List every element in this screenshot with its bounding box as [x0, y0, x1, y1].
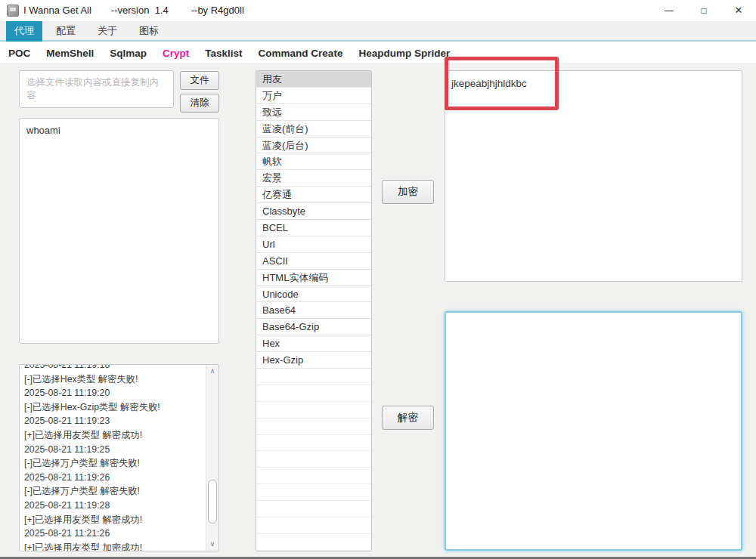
- title-bar: I Wanna Get All--version 1.4--by R4gd0ll…: [0, 0, 756, 21]
- encrypt-button[interactable]: 加密: [382, 180, 434, 204]
- menu-item-heapdump-sprider[interactable]: Heapdump Sprider: [358, 48, 450, 59]
- plaintext-input[interactable]: whoami: [19, 118, 219, 344]
- type-list-item[interactable]: Base64: [256, 302, 371, 319]
- tab-bar: 代理配置关于图标: [0, 21, 756, 42]
- log-line: [+]已选择用友类型 加密成功!: [24, 541, 205, 551]
- title-app: I Wanna Get All: [23, 5, 91, 16]
- type-list-item[interactable]: 用友: [256, 71, 371, 88]
- type-list-item[interactable]: BCEL: [256, 220, 371, 236]
- window-controls: — □ ✕: [652, 0, 756, 21]
- log-scrollbar[interactable]: ∧ ∨: [206, 365, 218, 551]
- log-panel[interactable]: 2025-08-21 11:19:18[-]已选择Hex类型 解密失败!2025…: [19, 364, 219, 551]
- type-list-empty-row[interactable]: [256, 451, 371, 468]
- type-list-item[interactable]: 亿赛通: [256, 187, 371, 203]
- menu-item-tasklist[interactable]: Tasklist: [205, 48, 242, 59]
- menu-item-memshell[interactable]: MemShell: [46, 48, 94, 59]
- file-button[interactable]: 文件: [180, 71, 219, 90]
- log-line: 2025-08-21 11:21:26: [24, 527, 205, 541]
- menu-item-sqlmap[interactable]: Sqlmap: [110, 48, 147, 59]
- type-list-item[interactable]: HTML实体编码: [256, 270, 371, 286]
- type-list-item[interactable]: Base64-Gzip: [256, 319, 371, 335]
- title-author: --by R4gd0ll: [191, 5, 244, 16]
- type-list-empty-row[interactable]: [256, 369, 371, 385]
- title-version: --version 1.4: [111, 5, 169, 16]
- type-list-empty-row[interactable]: [256, 418, 371, 435]
- log-line: [+]已选择用友类型 解密成功!: [24, 513, 205, 527]
- type-list-item[interactable]: Classbyte: [256, 203, 371, 220]
- type-list-empty-row[interactable]: [256, 501, 371, 517]
- encrypt-output-area[interactable]: jkepeabjhjhldkbc: [445, 70, 742, 282]
- type-list-empty-row[interactable]: [256, 402, 371, 418]
- type-list-empty-row[interactable]: [256, 435, 371, 452]
- log-line: 2025-08-21 11:19:25: [24, 443, 205, 457]
- tab-icon[interactable]: 图标: [131, 21, 167, 42]
- type-list-item[interactable]: Url: [256, 236, 371, 253]
- type-list-item[interactable]: 蓝凌(前台): [256, 121, 371, 137]
- menu-bar: POCMemShellSqlmapCryptTasklistCommand Cr…: [0, 43, 756, 63]
- tab-proxy[interactable]: 代理: [6, 21, 42, 42]
- close-button[interactable]: ✕: [721, 0, 756, 21]
- log-content: 2025-08-21 11:19:18[-]已选择Hex类型 解密失败!2025…: [24, 364, 205, 551]
- maximize-button[interactable]: □: [686, 0, 721, 21]
- log-line: [-]已选择Hex类型 解密失败!: [24, 372, 205, 387]
- log-line: 2025-08-21 11:19:23: [24, 414, 205, 428]
- decrypt-output-area[interactable]: [445, 311, 742, 551]
- type-list-item[interactable]: Hex-Gzip: [256, 352, 371, 369]
- type-list-item[interactable]: ASCII: [256, 253, 371, 270]
- log-line: 2025-08-21 11:19:26: [24, 471, 205, 485]
- type-list-empty-row[interactable]: [256, 534, 371, 551]
- type-list-item[interactable]: Unicode: [256, 286, 371, 303]
- log-line: [-]已选择万户类型 解密失败!: [24, 484, 205, 499]
- type-list-item[interactable]: Hex: [256, 335, 371, 352]
- log-line: 2025-08-21 11:19:18: [24, 364, 205, 372]
- menu-item-poc[interactable]: POC: [8, 48, 30, 59]
- type-list-empty-row[interactable]: [256, 468, 371, 484]
- log-line: 2025-08-21 11:19:28: [24, 499, 205, 513]
- log-line: [+]已选择用友类型 解密成功!: [24, 428, 205, 443]
- menu-item-command-create[interactable]: Command Create: [259, 48, 343, 59]
- log-line: [-]已选择万户类型 解密失败!: [24, 456, 205, 471]
- clear-button[interactable]: 清除: [180, 94, 219, 113]
- type-list-empty-row[interactable]: [256, 517, 371, 534]
- type-list-item[interactable]: 蓝凌(后台): [256, 137, 371, 154]
- scroll-down-icon[interactable]: ∨: [206, 539, 218, 550]
- type-list-item[interactable]: 帆软: [256, 153, 371, 170]
- type-list-empty-row[interactable]: [256, 484, 371, 501]
- app-logo-icon: [7, 5, 19, 17]
- log-line: [-]已选择Hex-Gzip类型 解密失败!: [24, 400, 205, 415]
- scroll-up-icon[interactable]: ∧: [206, 366, 218, 377]
- file-content-input[interactable]: 选择文件读取内容或直接复制内容: [19, 70, 174, 108]
- tab-config[interactable]: 配置: [48, 21, 84, 42]
- menu-item-crypt[interactable]: Crypt: [163, 48, 189, 59]
- crypt-type-list: 用友万户致远蓝凌(前台)蓝凌(后台)帆软宏景亿赛通ClassbyteBCELUr…: [256, 70, 372, 551]
- type-list-item[interactable]: 万户: [256, 88, 371, 104]
- decrypt-button[interactable]: 解密: [382, 406, 434, 430]
- type-list-item[interactable]: 致远: [256, 104, 371, 121]
- scrollbar-thumb[interactable]: [208, 480, 217, 523]
- type-list-item[interactable]: 宏景: [256, 170, 371, 187]
- type-list-empty-row[interactable]: [256, 385, 371, 402]
- window-title: I Wanna Get All--version 1.4--by R4gd0ll: [23, 0, 244, 21]
- tab-about[interactable]: 关于: [89, 21, 125, 42]
- log-line: 2025-08-21 11:19:20: [24, 386, 205, 400]
- minimize-button[interactable]: —: [652, 0, 686, 21]
